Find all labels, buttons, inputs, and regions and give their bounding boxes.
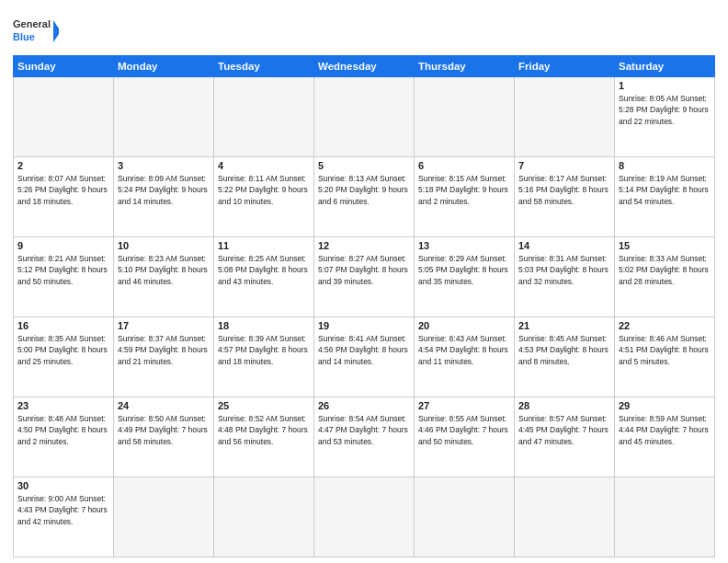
table-cell: 9Sunrise: 8:21 AM Sunset: 5:12 PM Daylig… xyxy=(14,237,114,317)
day-number: 2 xyxy=(17,160,109,171)
col-sunday: Sunday xyxy=(14,56,114,77)
day-info: Sunrise: 8:33 AM Sunset: 5:02 PM Dayligh… xyxy=(619,253,711,287)
day-info: Sunrise: 8:29 AM Sunset: 5:05 PM Dayligh… xyxy=(418,253,510,287)
day-number: 4 xyxy=(218,160,310,171)
table-cell: 21Sunrise: 8:45 AM Sunset: 4:53 PM Dayli… xyxy=(515,317,615,397)
day-info: Sunrise: 8:55 AM Sunset: 4:46 PM Dayligh… xyxy=(418,413,510,447)
svg-text:Blue: Blue xyxy=(13,31,35,42)
day-number: 22 xyxy=(619,320,711,331)
table-cell: 25Sunrise: 8:52 AM Sunset: 4:48 PM Dayli… xyxy=(214,397,314,477)
table-cell xyxy=(314,77,415,157)
col-monday: Monday xyxy=(114,56,214,77)
table-cell xyxy=(214,477,314,557)
day-number: 3 xyxy=(118,160,210,171)
day-number: 28 xyxy=(518,400,610,411)
day-number: 5 xyxy=(318,160,410,171)
day-number: 13 xyxy=(418,240,510,251)
day-info: Sunrise: 8:17 AM Sunset: 5:16 PM Dayligh… xyxy=(518,173,610,207)
table-cell: 16Sunrise: 8:35 AM Sunset: 5:00 PM Dayli… xyxy=(14,317,114,397)
day-info: Sunrise: 8:41 AM Sunset: 4:56 PM Dayligh… xyxy=(318,333,410,367)
table-cell: 30Sunrise: 9:00 AM Sunset: 4:43 PM Dayli… xyxy=(14,477,114,557)
table-cell: 4Sunrise: 8:11 AM Sunset: 5:22 PM Daylig… xyxy=(214,157,314,237)
calendar-body: 1Sunrise: 8:05 AM Sunset: 5:28 PM Daylig… xyxy=(14,77,715,557)
day-info: Sunrise: 8:54 AM Sunset: 4:47 PM Dayligh… xyxy=(318,413,410,447)
table-cell: 6Sunrise: 8:15 AM Sunset: 5:18 PM Daylig… xyxy=(415,157,515,237)
table-cell: 23Sunrise: 8:48 AM Sunset: 4:50 PM Dayli… xyxy=(14,397,114,477)
day-number: 27 xyxy=(418,400,510,411)
day-info: Sunrise: 8:15 AM Sunset: 5:18 PM Dayligh… xyxy=(418,173,510,207)
table-cell: 17Sunrise: 8:37 AM Sunset: 4:59 PM Dayli… xyxy=(114,317,214,397)
day-number: 1 xyxy=(619,80,711,91)
day-info: Sunrise: 8:57 AM Sunset: 4:45 PM Dayligh… xyxy=(518,413,610,447)
day-number: 16 xyxy=(17,320,109,331)
table-cell xyxy=(14,77,114,157)
day-number: 11 xyxy=(218,240,310,251)
day-info: Sunrise: 8:59 AM Sunset: 4:44 PM Dayligh… xyxy=(619,413,711,447)
day-info: Sunrise: 8:39 AM Sunset: 4:57 PM Dayligh… xyxy=(218,333,310,367)
day-info: Sunrise: 8:35 AM Sunset: 5:00 PM Dayligh… xyxy=(17,333,109,367)
day-number: 23 xyxy=(17,400,109,411)
table-cell: 5Sunrise: 8:13 AM Sunset: 5:20 PM Daylig… xyxy=(314,157,415,237)
day-number: 25 xyxy=(218,400,310,411)
table-cell xyxy=(114,477,214,557)
header-row: Sunday Monday Tuesday Wednesday Thursday… xyxy=(14,56,715,77)
col-friday: Friday xyxy=(515,56,615,77)
header: General Blue xyxy=(13,9,715,50)
day-info: Sunrise: 8:52 AM Sunset: 4:48 PM Dayligh… xyxy=(218,413,310,447)
day-number: 26 xyxy=(318,400,410,411)
table-cell xyxy=(114,77,214,157)
day-info: Sunrise: 8:37 AM Sunset: 4:59 PM Dayligh… xyxy=(118,333,210,367)
day-info: Sunrise: 8:43 AM Sunset: 4:54 PM Dayligh… xyxy=(418,333,510,367)
table-cell: 20Sunrise: 8:43 AM Sunset: 4:54 PM Dayli… xyxy=(415,317,515,397)
day-number: 24 xyxy=(118,400,210,411)
day-info: Sunrise: 8:09 AM Sunset: 5:24 PM Dayligh… xyxy=(118,173,210,207)
table-cell: 27Sunrise: 8:55 AM Sunset: 4:46 PM Dayli… xyxy=(415,397,515,477)
day-number: 12 xyxy=(318,240,410,251)
col-tuesday: Tuesday xyxy=(214,56,314,77)
day-number: 19 xyxy=(318,320,410,331)
day-info: Sunrise: 8:13 AM Sunset: 5:20 PM Dayligh… xyxy=(318,173,410,207)
table-cell: 22Sunrise: 8:46 AM Sunset: 4:51 PM Dayli… xyxy=(615,317,715,397)
day-info: Sunrise: 8:23 AM Sunset: 5:10 PM Dayligh… xyxy=(118,253,210,287)
day-info: Sunrise: 8:31 AM Sunset: 5:03 PM Dayligh… xyxy=(518,253,610,287)
table-cell: 10Sunrise: 8:23 AM Sunset: 5:10 PM Dayli… xyxy=(114,237,214,317)
table-cell xyxy=(415,477,515,557)
table-cell: 7Sunrise: 8:17 AM Sunset: 5:16 PM Daylig… xyxy=(515,157,615,237)
day-info: Sunrise: 8:07 AM Sunset: 5:26 PM Dayligh… xyxy=(17,173,109,207)
table-cell: 26Sunrise: 8:54 AM Sunset: 4:47 PM Dayli… xyxy=(314,397,415,477)
table-cell: 8Sunrise: 8:19 AM Sunset: 5:14 PM Daylig… xyxy=(615,157,715,237)
col-saturday: Saturday xyxy=(615,56,715,77)
table-cell: 14Sunrise: 8:31 AM Sunset: 5:03 PM Dayli… xyxy=(515,237,615,317)
table-cell: 18Sunrise: 8:39 AM Sunset: 4:57 PM Dayli… xyxy=(214,317,314,397)
day-info: Sunrise: 8:21 AM Sunset: 5:12 PM Dayligh… xyxy=(17,253,109,287)
day-number: 8 xyxy=(619,160,711,171)
day-info: Sunrise: 8:27 AM Sunset: 5:07 PM Dayligh… xyxy=(318,253,410,287)
col-wednesday: Wednesday xyxy=(314,56,415,77)
table-cell xyxy=(415,77,515,157)
table-cell: 12Sunrise: 8:27 AM Sunset: 5:07 PM Dayli… xyxy=(314,237,415,317)
table-cell: 11Sunrise: 8:25 AM Sunset: 5:08 PM Dayli… xyxy=(214,237,314,317)
day-number: 30 xyxy=(17,480,109,491)
day-info: Sunrise: 9:00 AM Sunset: 4:43 PM Dayligh… xyxy=(17,493,109,527)
day-number: 10 xyxy=(118,240,210,251)
svg-text:General: General xyxy=(13,18,51,29)
table-cell xyxy=(314,477,415,557)
logo: General Blue xyxy=(13,13,59,50)
day-number: 17 xyxy=(118,320,210,331)
day-info: Sunrise: 8:45 AM Sunset: 4:53 PM Dayligh… xyxy=(518,333,610,367)
day-number: 14 xyxy=(518,240,610,251)
day-number: 7 xyxy=(518,160,610,171)
page: General Blue Sunday Monday Tuesday Wedne… xyxy=(0,0,728,563)
day-number: 6 xyxy=(418,160,510,171)
table-cell xyxy=(615,477,715,557)
svg-marker-2 xyxy=(53,20,59,42)
table-cell: 15Sunrise: 8:33 AM Sunset: 5:02 PM Dayli… xyxy=(615,237,715,317)
day-info: Sunrise: 8:48 AM Sunset: 4:50 PM Dayligh… xyxy=(17,413,109,447)
table-cell xyxy=(515,77,615,157)
table-cell: 1Sunrise: 8:05 AM Sunset: 5:28 PM Daylig… xyxy=(615,77,715,157)
day-number: 15 xyxy=(619,240,711,251)
day-info: Sunrise: 8:25 AM Sunset: 5:08 PM Dayligh… xyxy=(218,253,310,287)
day-number: 9 xyxy=(17,240,109,251)
table-cell: 3Sunrise: 8:09 AM Sunset: 5:24 PM Daylig… xyxy=(114,157,214,237)
day-number: 20 xyxy=(418,320,510,331)
